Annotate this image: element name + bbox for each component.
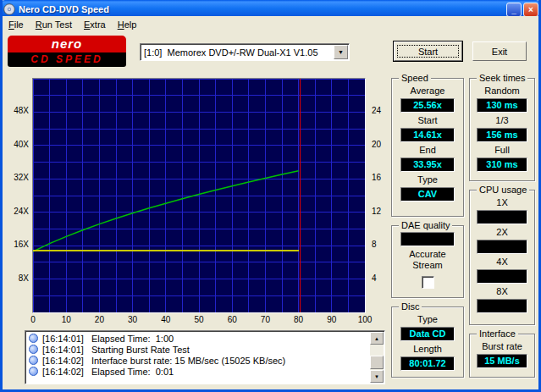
dae-quality-panel: DAE quality Accurate Stream	[391, 220, 464, 298]
disc-length-value: 80:01.72	[400, 356, 455, 371]
cpu-4x-value	[477, 269, 527, 284]
axis-tick-label: 8	[372, 240, 377, 249]
menu-help[interactable]: Help	[112, 18, 143, 31]
cpu-8x-value	[477, 299, 527, 313]
log-timestamp: [16:14:01]	[42, 345, 84, 355]
end-speed-value: 33.95x	[400, 157, 455, 172]
app-window: Nero CD-DVD Speed _ × File Run Test Extr…	[0, 0, 541, 392]
end-label: End	[395, 145, 460, 156]
log-entry-icon	[29, 356, 38, 365]
average-speed-value: 25.56x	[400, 98, 455, 113]
scroll-down-icon: ▼	[374, 374, 379, 379]
dae-quality-value	[400, 232, 455, 246]
cpu-2x-value	[477, 240, 527, 254]
log-timestamp: [16:14:02]	[42, 367, 84, 377]
disc-type-value: Data CD	[400, 327, 455, 341]
full-seek-value: 310 ms	[477, 157, 527, 172]
scroll-up-icon: ▲	[374, 336, 379, 341]
axis-tick-label: 40X	[14, 140, 29, 149]
start-button[interactable]: Start	[394, 41, 462, 61]
axis-tick-label: 10	[62, 315, 71, 324]
interface-panel: Interface Burst rate 15 MB/s	[469, 329, 535, 378]
scrollbar-thumb[interactable]	[370, 356, 384, 369]
axis-tick-label: 100	[358, 315, 373, 324]
axis-tick-label: 50	[194, 315, 203, 324]
axis-tick-label: 12	[372, 207, 381, 216]
log-message: Interface burst rate: 15 MB/sec (15025 K…	[91, 356, 285, 366]
axis-tick-label: 40	[161, 315, 170, 324]
cpu-2x-label: 2X	[473, 227, 531, 238]
axis-tick-label: 24X	[14, 207, 29, 216]
accurate-stream-label: Accurate Stream	[395, 249, 460, 271]
log-scrollbar[interactable]: ▲ ▼	[370, 332, 384, 383]
cpu-usage-panel: CPU usage 1X 2X 4X 8X	[469, 185, 535, 325]
log-entry: [16:14:02] Elapsed Time: 0:01	[27, 366, 369, 377]
cpu-1x-label: 1X	[473, 197, 531, 208]
close-button[interactable]: ×	[523, 3, 538, 17]
axis-tick-label: 90	[327, 315, 336, 324]
app-icon	[3, 3, 16, 16]
axis-tick-label: 70	[261, 315, 270, 324]
axis-tick-label: 20	[372, 140, 381, 149]
scroll-down-button[interactable]: ▼	[370, 370, 384, 383]
minimize-button[interactable]: _	[506, 3, 522, 17]
log-entry-icon	[29, 367, 38, 376]
average-label: Average	[395, 86, 460, 97]
plot-frame	[32, 78, 366, 313]
scroll-up-button[interactable]: ▲	[370, 332, 384, 345]
dae-quality-panel-title: DAE quality	[399, 220, 452, 230]
burst-rate-value: 15 MB/s	[477, 354, 527, 368]
disc-panel: Disc Type Data CD Length 80:01.72	[391, 301, 464, 378]
cpu-1x-value	[477, 210, 527, 224]
cpu-8x-label: 8X	[473, 286, 531, 297]
axis-tick-label: 80	[294, 315, 303, 324]
log-listbox[interactable]: [16:14:01] Elapsed Time: 1:00 [16:14:01]…	[25, 330, 385, 384]
start-label: Start	[395, 115, 460, 126]
type-label: Type	[395, 174, 460, 185]
close-icon: ×	[528, 5, 533, 14]
log-entry-icon	[29, 334, 38, 343]
y-axis-right-labels: 2420161284	[369, 75, 386, 320]
disc-type-label: Type	[395, 314, 460, 325]
accurate-stream-checkbox[interactable]	[422, 276, 434, 289]
axis-tick-label: 48X	[14, 106, 29, 115]
axis-tick-label: 20	[95, 315, 104, 324]
log-entry: [16:14:01] Starting Burst Rate Test	[27, 344, 369, 355]
log-timestamp: [16:14:01]	[42, 334, 84, 344]
drive-selector-value: [1:0] Memorex DVD+/-RW Dual-X1 V1.05	[141, 47, 334, 58]
axis-tick-label: 8X	[19, 273, 29, 283]
x-axis-labels: 0102030405060708090100	[33, 315, 367, 327]
nero-logo-wordmark: nero	[8, 36, 126, 52]
menu-file[interactable]: File	[3, 18, 30, 31]
axis-tick-label: 32X	[14, 173, 29, 182]
random-seek-value: 130 ms	[477, 98, 527, 113]
minimize-icon: _	[511, 5, 516, 14]
full-seek-label: Full	[473, 145, 531, 156]
interface-panel-title: Interface	[477, 329, 518, 339]
nero-logo-subtitle: CD SPEED	[8, 52, 126, 67]
dropdown-arrow-icon[interactable]: ▼	[334, 45, 348, 59]
log-timestamp: [16:14:02]	[42, 356, 84, 366]
log-message: Elapsed Time: 0:01	[91, 367, 174, 377]
log-entry-icon	[29, 345, 38, 354]
seek-times-panel-title: Seek times	[477, 73, 527, 83]
start-speed-value: 14.61x	[400, 128, 455, 142]
log-message: Starting Burst Rate Test	[91, 345, 190, 355]
burst-rate-label: Burst rate	[473, 341, 531, 352]
menu-extra[interactable]: Extra	[78, 18, 112, 31]
menubar: File Run Test Extra Help	[3, 16, 538, 32]
disc-length-label: Length	[395, 344, 460, 355]
drive-selector[interactable]: [1:0] Memorex DVD+/-RW Dual-X1 V1.05 ▼	[140, 43, 350, 61]
third-seek-value: 156 ms	[477, 128, 527, 142]
menu-run-test[interactable]: Run Test	[30, 18, 78, 31]
axis-tick-label: 30	[128, 315, 137, 324]
axis-tick-label: 24	[372, 106, 381, 115]
axis-tick-label: 4	[372, 273, 377, 283]
random-seek-label: Random	[473, 86, 531, 97]
nero-logo: nero CD SPEED	[8, 36, 126, 67]
speed-type-value: CAV	[400, 187, 455, 202]
axis-tick-label: 0	[30, 315, 36, 324]
speed-panel: Speed Average 25.56x Start 14.61x End 33…	[391, 73, 464, 217]
exit-button[interactable]: Exit	[472, 41, 527, 61]
disc-panel-title: Disc	[399, 301, 422, 312]
